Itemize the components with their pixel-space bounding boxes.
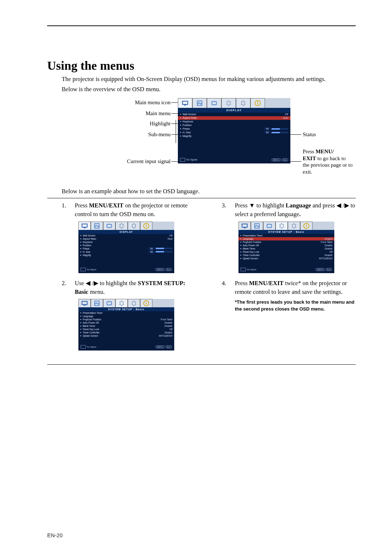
osd-step1: DISPLAY Wall ScreenOffAspect RatioRealKe… [78, 222, 174, 273]
svg-rect-21 [242, 224, 247, 227]
osd-signal: No Signal [186, 158, 197, 161]
osd-item: Aspect RatioReal [78, 237, 174, 240]
osd-item: Timer ControllerDisable [78, 331, 174, 334]
osd-item: Auto Power OffDisable [78, 321, 174, 324]
svg-rect-22 [244, 227, 245, 228]
osd-tabbar [178, 98, 290, 108]
osd-item: H. Size50 [78, 250, 174, 254]
label-menu-exit: Press MENU/ EXIT to go back to the previ… [303, 148, 354, 175]
osd-item: Magnify [78, 254, 174, 257]
svg-rect-15 [83, 305, 85, 306]
osd-item: Auto Power OffDisable [238, 244, 334, 247]
tab-icon [103, 222, 115, 230]
tab-icon [128, 222, 140, 230]
tab-icon [91, 222, 103, 230]
tab-icon [263, 222, 275, 230]
tab-icon [238, 222, 251, 230]
osd-item: Panel Key LockOff [78, 328, 174, 331]
tab-icon [300, 222, 313, 230]
svg-point-27 [306, 224, 307, 225]
osd-item: Projector PositionFront Table [78, 318, 174, 321]
tab-setup2-icon [236, 98, 250, 108]
osd-item: Blank TimerDisable [238, 247, 334, 250]
osd-item: Phase50 [178, 127, 290, 131]
page-number: EN-20 [47, 532, 63, 538]
step-4: 4. Press MENU/EXIT twice* on the project… [222, 279, 356, 296]
top-rule [47, 25, 356, 26]
tab-display-icon [178, 98, 192, 108]
label-current-signal: Current input signal [87, 158, 171, 165]
tab-info-icon [250, 98, 265, 108]
intro-line-3: Below is an example about how to set the… [62, 187, 356, 196]
svg-rect-10 [107, 224, 112, 227]
osd-item: Presentation Timer [238, 234, 334, 237]
svg-rect-17 [107, 302, 112, 305]
osd-main-items: Wall ScreenOffAspect RatioAutoKeystonePo… [178, 113, 290, 138]
tab-icon [115, 222, 128, 230]
footnote: *The first press leads you back to the m… [235, 299, 356, 312]
tab-icon [251, 222, 263, 230]
osd-item: Wall ScreenOff [78, 234, 174, 237]
tab-source-icon [207, 98, 221, 108]
tab-setup1-icon [221, 98, 236, 108]
osd-item: Splash ScreenMITSUBISHI [78, 334, 174, 337]
tab-picture-icon [192, 98, 207, 108]
osd-main-title: DISPLAY [178, 108, 290, 113]
osd-item: H. Size50 [178, 131, 290, 134]
svg-point-13 [146, 224, 147, 225]
step-2: 2. Use ◀ /▶ to highlight the SYSTEM SETU… [62, 279, 196, 296]
osd-item: Keystone [178, 120, 290, 123]
tab-icon [115, 299, 128, 307]
osd-item: Presentation Timer [78, 311, 174, 315]
osd-item: Timer ControllerDisable [238, 254, 334, 257]
osd-item: LanguageEnglish [238, 237, 334, 240]
label-main-menu: Main menu [87, 110, 171, 117]
osd-item: Keystone [78, 240, 174, 244]
svg-rect-24 [267, 224, 272, 227]
label-status: Status [303, 131, 316, 138]
mid-rule [47, 198, 356, 198]
tab-icon [78, 299, 91, 307]
step-3: 3. Press ▼ to highlight Language and pre… [222, 201, 356, 219]
osd-item: Projector PositionFront Table [238, 240, 334, 244]
svg-point-6 [257, 101, 258, 102]
page-title: Using the menus [47, 59, 356, 73]
svg-rect-3 [212, 101, 217, 105]
svg-rect-0 [183, 101, 188, 104]
tab-icon [275, 222, 288, 230]
osd-item: Phase50 [78, 247, 174, 250]
intro-line-1: The projector is equipped with On-Screen… [62, 75, 356, 84]
svg-point-20 [146, 302, 147, 303]
svg-rect-1 [184, 105, 186, 105]
tab-icon [140, 299, 152, 307]
tab-icon [128, 299, 140, 307]
osd-item: Magnify [178, 134, 290, 138]
step-1: 1. Press MENU/EXIT on the projector or r… [62, 201, 196, 219]
label-highlight: Highlight [87, 121, 171, 127]
osd-item: Panel Key LockOff [238, 250, 334, 254]
osd-item: Position [78, 244, 174, 247]
intro-line-2: Below is the overview of the OSD menu. [62, 85, 356, 94]
bottom-rule [47, 364, 356, 365]
tab-icon [288, 222, 300, 230]
osd-step2: SYSTEM SETUP : Basic Presentation TimerL… [78, 299, 174, 351]
osd-item: Aspect RatioAuto [178, 116, 290, 120]
osd-step3: SYSTEM SETUP : Basic Presentation TimerL… [238, 222, 334, 273]
osd-item: Language [78, 315, 174, 318]
tab-icon [103, 299, 115, 307]
svg-rect-14 [82, 301, 87, 305]
label-submenu: Sub-menu [87, 131, 171, 138]
osd-item: Wall ScreenOff [178, 113, 290, 116]
osd-item: Splash ScreenMITSUBISHI [238, 257, 334, 260]
tab-icon [78, 222, 91, 230]
svg-rect-8 [83, 227, 85, 228]
tab-icon [91, 299, 103, 307]
label-main-icon: Main menu icon [87, 100, 171, 106]
osd-item: Blank TimerDisable [78, 324, 174, 328]
tab-icon [140, 222, 152, 230]
osd-main-screenshot: DISPLAY Wall ScreenOffAspect RatioAutoKe… [178, 98, 290, 163]
svg-rect-7 [82, 224, 87, 227]
osd-overview-diagram: Main menu icon Main menu Highlight Sub-m… [87, 98, 370, 180]
osd-item: Position [178, 123, 290, 127]
